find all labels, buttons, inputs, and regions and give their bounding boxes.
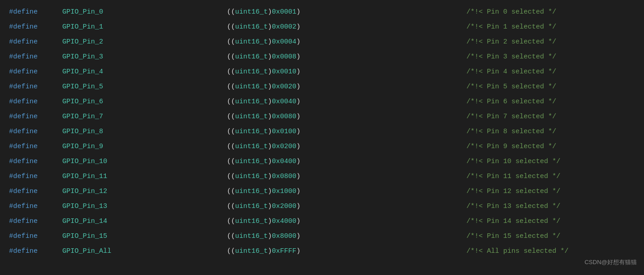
macro-name: GPIO_Pin_2	[62, 34, 227, 49]
macro-name: GPIO_Pin_12	[62, 184, 227, 199]
macro-value: ((uint16_t)0x0020)	[227, 79, 467, 94]
keyword: #define	[9, 124, 62, 139]
macro-value: ((uint16_t)0x0200)	[227, 139, 467, 154]
macro-value: ((uint16_t)0x0800)	[227, 169, 467, 184]
macro-value: ((uint16_t)0x0400)	[227, 154, 467, 169]
macro-value: ((uint16_t)0x8000)	[227, 229, 467, 244]
macro-value: ((uint16_t)0x4000)	[227, 214, 467, 229]
table-row: #define GPIO_Pin_14 ((uint16_t)0x4000) /…	[9, 214, 635, 229]
table-row: #define GPIO_Pin_All ((uint16_t)0xFFFF) …	[9, 244, 635, 259]
macro-name: GPIO_Pin_3	[62, 49, 227, 64]
macro-name: GPIO_Pin_10	[62, 154, 227, 169]
table-row: #define GPIO_Pin_4 ((uint16_t)0x0010) /*…	[9, 64, 635, 79]
macro-name: GPIO_Pin_9	[62, 139, 227, 154]
macro-value: ((uint16_t)0x1000)	[227, 184, 467, 199]
macro-name: GPIO_Pin_8	[62, 124, 227, 139]
macro-name: GPIO_Pin_11	[62, 169, 227, 184]
macro-value: ((uint16_t)0x0004)	[227, 34, 467, 49]
keyword: #define	[9, 19, 62, 34]
watermark: CSDN@好想有猫猫	[585, 255, 637, 270]
comment: /*!< Pin 9 selected */	[467, 139, 635, 154]
keyword: #define	[9, 229, 62, 244]
comment: /*!< Pin 3 selected */	[467, 49, 635, 64]
macro-name: GPIO_Pin_14	[62, 214, 227, 229]
comment: /*!< Pin 0 selected */	[467, 5, 635, 19]
comment: /*!< Pin 14 selected */	[467, 214, 635, 229]
keyword: #define	[9, 64, 62, 79]
macro-value: ((uint16_t)0x0008)	[227, 49, 467, 64]
keyword: #define	[9, 184, 62, 199]
comment: /*!< Pin 1 selected */	[467, 19, 635, 34]
comment: /*!< Pin 8 selected */	[467, 124, 635, 139]
comment: /*!< Pin 12 selected */	[467, 184, 635, 199]
macro-name: GPIO_Pin_All	[62, 244, 227, 259]
table-row: #define GPIO_Pin_12 ((uint16_t)0x1000) /…	[9, 184, 635, 199]
keyword: #define	[9, 139, 62, 154]
comment: /*!< Pin 2 selected */	[467, 34, 635, 49]
table-row: #define GPIO_Pin_8 ((uint16_t)0x0100) /*…	[9, 124, 635, 139]
keyword: #define	[9, 34, 62, 49]
macro-value: ((uint16_t)0x0002)	[227, 19, 467, 34]
table-row: #define GPIO_Pin_2 ((uint16_t)0x0004) /*…	[9, 34, 635, 49]
macro-value: ((uint16_t)0xFFFF)	[227, 244, 467, 259]
comment: /*!< Pin 7 selected */	[467, 109, 635, 124]
comment: /*!< Pin 10 selected */	[467, 154, 635, 169]
comment: /*!< Pin 11 selected */	[467, 169, 635, 184]
table-row: #define GPIO_Pin_5 ((uint16_t)0x0020) /*…	[9, 79, 635, 94]
table-row: #define GPIO_Pin_1 ((uint16_t)0x0002) /*…	[9, 19, 635, 34]
macro-value: ((uint16_t)0x0100)	[227, 124, 467, 139]
comment: /*!< Pin 15 selected */	[467, 229, 635, 244]
macro-name: GPIO_Pin_7	[62, 109, 227, 124]
macro-name: GPIO_Pin_5	[62, 79, 227, 94]
keyword: #define	[9, 79, 62, 94]
macro-name: GPIO_Pin_6	[62, 94, 227, 109]
table-row: #define GPIO_Pin_0 ((uint16_t)0x0001) /*…	[9, 5, 635, 19]
macro-name: GPIO_Pin_1	[62, 19, 227, 34]
table-row: #define GPIO_Pin_15 ((uint16_t)0x8000) /…	[9, 229, 635, 244]
comment: /*!< Pin 4 selected */	[467, 64, 635, 79]
table-row: #define GPIO_Pin_3 ((uint16_t)0x0008) /*…	[9, 49, 635, 64]
keyword: #define	[9, 5, 62, 19]
macro-name: GPIO_Pin_4	[62, 64, 227, 79]
keyword: #define	[9, 49, 62, 64]
keyword: #define	[9, 244, 62, 259]
comment: /*!< Pin 13 selected */	[467, 199, 635, 214]
code-block: #define GPIO_Pin_0 ((uint16_t)0x0001) /*…	[9, 5, 635, 259]
table-row: #define GPIO_Pin_9 ((uint16_t)0x0200) /*…	[9, 139, 635, 154]
keyword: #define	[9, 154, 62, 169]
table-row: #define GPIO_Pin_7 ((uint16_t)0x0080) /*…	[9, 109, 635, 124]
macro-value: ((uint16_t)0x0001)	[227, 5, 467, 19]
keyword: #define	[9, 94, 62, 109]
table-row: #define GPIO_Pin_13 ((uint16_t)0x2000) /…	[9, 199, 635, 214]
keyword: #define	[9, 109, 62, 124]
macro-name: GPIO_Pin_13	[62, 199, 227, 214]
table-row: #define GPIO_Pin_6 ((uint16_t)0x0040) /*…	[9, 94, 635, 109]
comment: /*!< Pin 5 selected */	[467, 79, 635, 94]
table-row: #define GPIO_Pin_10 ((uint16_t)0x0400) /…	[9, 154, 635, 169]
keyword: #define	[9, 199, 62, 214]
macro-value: ((uint16_t)0x0010)	[227, 64, 467, 79]
macro-name: GPIO_Pin_15	[62, 229, 227, 244]
table-row: #define GPIO_Pin_11 ((uint16_t)0x0800) /…	[9, 169, 635, 184]
macro-value: ((uint16_t)0x0080)	[227, 109, 467, 124]
macro-value: ((uint16_t)0x0040)	[227, 94, 467, 109]
keyword: #define	[9, 169, 62, 184]
macro-value: ((uint16_t)0x2000)	[227, 199, 467, 214]
comment: /*!< Pin 6 selected */	[467, 94, 635, 109]
keyword: #define	[9, 214, 62, 229]
macro-name: GPIO_Pin_0	[62, 5, 227, 19]
